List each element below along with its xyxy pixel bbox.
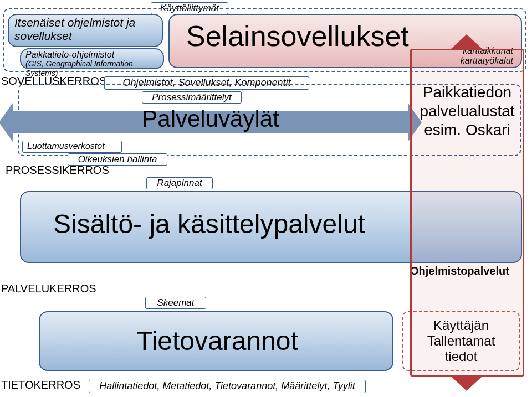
gis-box: Paikkatieto-ohjelmistot (GIS, Geographic… [20, 48, 164, 69]
standalone-apps-box: Itsenäiset ohjelmistot ja sovellukset [8, 14, 163, 47]
service-bus-arrow: Palveluväylät [0, 103, 421, 142]
process-layer-label: PROSESSIKERROS [6, 164, 109, 177]
metadata-label: Hallintatiedot, Metatiedot, Tietovaranno… [89, 380, 366, 393]
red-arrow-down-icon [450, 375, 483, 391]
data-repos-box: Tietovarannot [39, 311, 393, 371]
service-bus-title: Palveluväylät [0, 106, 421, 132]
platform-l2: palvelualustat [410, 102, 524, 121]
platform-l3: esim. Oskari [410, 121, 524, 140]
red-arrow-up-icon [450, 34, 483, 50]
content-services-title: Sisältö- ja käsittelypalvelut [53, 209, 365, 239]
process-defs-label: Prosessimäärittelyt [142, 91, 242, 104]
service-layer-label: PALVELUKERROS [1, 282, 96, 295]
gis-title: Paikkatieto-ohjelmistot [25, 49, 158, 59]
browser-apps-title: Selainsovellukset [186, 19, 409, 53]
data-layer-label: TIETOKERROS [1, 379, 80, 391]
interfaces-label: Rajapinnat [146, 177, 213, 189]
schemas-label: Skeemat [145, 297, 206, 309]
data-repos-title: Tietovarannot [40, 326, 395, 356]
trust-networks-label: Luottamusverkostot [22, 141, 122, 153]
platform-l1: Paikkatiedon [410, 83, 524, 102]
platform-text: Paikkatiedon palvelualustat esim. Oskari [410, 83, 524, 140]
